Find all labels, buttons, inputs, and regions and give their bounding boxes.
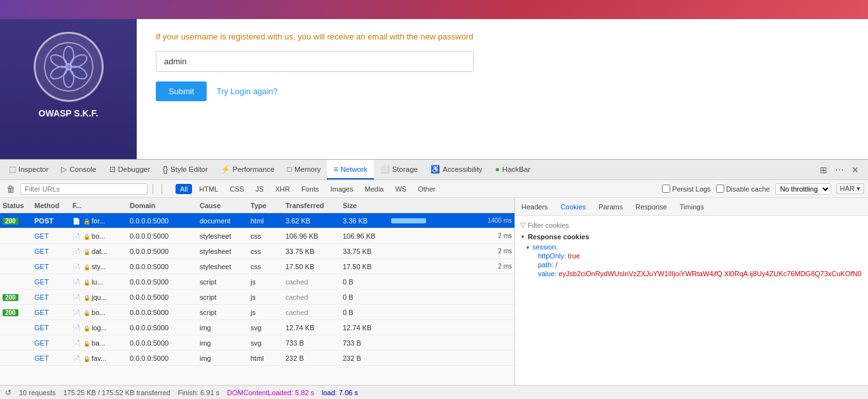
requests-count: 10 requests [19,389,55,396]
tab-network[interactable]: ≡ Network [327,160,373,179]
filter-js-button[interactable]: JS [251,184,268,194]
row-domain: 0.0.0.0:5000 [127,232,197,240]
detail-tab-headers[interactable]: Headers [515,198,555,215]
try-login-link[interactable]: Try Login again? [216,87,277,96]
table-row[interactable]: 200 GET 📄 🔒jqu... 0.0.0.0:5000 script js… [0,290,514,305]
timeline-bar [391,218,426,223]
path-value: / [556,261,558,269]
cookie-filter-row: ▽ [520,221,863,229]
table-row[interactable]: GET 📄 🔒log... 0.0.0.0:5000 img svg 12.74… [0,320,514,335]
detail-tab-params[interactable]: Params [592,198,629,215]
filter-images-button[interactable]: Images [326,184,357,194]
table-row[interactable]: GET 📄 🔒sty... 0.0.0.0:5000 stylesheet cs… [0,259,514,274]
row-timeline: 2 ms [391,232,514,241]
ms-label: 2 ms [498,232,512,239]
table-row[interactable]: GET 📄 🔒ba... 0.0.0.0:5000 img svg 733 B … [0,335,514,351]
responsive-design-button[interactable]: ⊞ [817,164,830,176]
col-header-cause: Cause [197,202,248,209]
collapse-triangle[interactable]: ▼ [520,234,525,240]
row-file: 📄 🔒fav... [70,354,127,362]
filter-media-button[interactable]: Media [360,184,388,194]
tab-style-editor[interactable]: {} Style Editor [156,160,214,179]
detail-tab-timings[interactable]: Timings [673,198,710,215]
detail-tabs: Headers Cookies Params Response Timings [515,198,868,216]
row-type: js [248,278,283,286]
tab-debugger[interactable]: ⊡ Debugger [103,160,157,179]
tab-hackbar[interactable]: ● HackBar [489,160,537,179]
row-timeline [391,339,514,347]
svg-point-7 [65,63,72,71]
clear-network-button[interactable]: 🗑 [4,184,18,194]
lock-icon: 🔒 [83,279,90,286]
row-method: GET [32,263,70,270]
tab-storage-label: Storage [392,165,418,173]
disable-cache-checkbox[interactable] [716,185,724,193]
file-icon: 📄 [72,340,80,347]
row-file: 📄 🔒sty... [70,263,127,270]
file-icon: 📄 [72,309,80,316]
row-timeline [391,293,514,302]
browser-top-bar [0,0,868,19]
table-row[interactable]: GET 📄 🔒bo... 0.0.0.0:5000 stylesheet css… [0,228,514,244]
svg-point-1 [64,46,74,64]
network-request-list: Status Method F... Domain Cause Type Tra… [0,198,515,385]
storage-icon: ⬜ [380,165,390,174]
persist-logs-checkbox[interactable] [662,185,670,193]
devtools-panel: ⬚ Inspector ▷ Console ⊡ Debugger {} Styl… [0,159,868,399]
filter-ws-button[interactable]: WS [390,184,411,194]
status-badge: 200 [3,218,18,225]
close-devtools-button[interactable]: ✕ [849,164,862,176]
divider: ⎸⎸ [153,183,170,195]
ms-label: 2 ms [498,248,512,255]
reload-icon[interactable]: ↺ [5,388,11,397]
username-input[interactable] [156,51,474,72]
table-row[interactable]: 200 GET 📄 🔒bo... 0.0.0.0:5000 script js … [0,305,514,320]
throttle-select[interactable]: No throttling [775,183,831,195]
row-size: 0 B [340,278,391,286]
row-transferred: 106.96 KB [283,232,340,240]
row-cause: script [197,278,248,286]
http-only-val: true [568,252,580,260]
tab-memory[interactable]: □ Memory [281,160,327,179]
detail-tab-response[interactable]: Response [629,198,673,215]
row-size: 0 B [340,293,391,301]
row-size: 106.96 KB [340,232,391,240]
session-collapse-icon[interactable]: ▼ [525,245,530,251]
filter-xhr-button[interactable]: XHR [271,184,294,194]
filter-fonts-button[interactable]: Fonts [297,184,324,194]
detail-tab-cookies[interactable]: Cookies [555,198,593,215]
filter-all-button[interactable]: All [176,184,192,194]
status-badge: 200 [3,294,18,301]
har-button[interactable]: HAR ▾ [836,183,864,194]
tab-console[interactable]: ▷ Console [55,160,102,179]
row-method: GET [32,293,70,301]
file-icon: 📄 [72,248,80,255]
persist-logs-label[interactable]: Persist Logs [662,185,711,193]
network-column-headers: Status Method F... Domain Cause Type Tra… [0,198,514,213]
tab-accessibility[interactable]: ♿ Accessibility [424,160,489,179]
row-file: 📄 🔒for... [70,217,127,225]
row-cause: script [197,309,248,316]
tab-storage[interactable]: ⬜ Storage [374,160,424,179]
filter-html-button[interactable]: HTML [195,184,223,194]
tab-console-label: Console [69,165,96,173]
table-row[interactable]: GET 📄 🔒fav... 0.0.0.0:5000 img html 232 … [0,351,514,366]
tab-hackbar-label: HackBar [502,165,530,173]
request-details-panel: Headers Cookies Params Response Timings … [515,198,868,385]
filter-css-button[interactable]: CSS [225,184,249,194]
tab-performance[interactable]: ⚡ Performance [214,160,281,179]
row-method: GET [32,278,70,286]
table-row[interactable]: GET 📄 🔒lu... 0.0.0.0:5000 script js cach… [0,274,514,290]
row-domain: 0.0.0.0:5000 [127,248,197,255]
cookie-tree: ▼ session: httpOnly: true path: [520,243,863,277]
more-tools-button[interactable]: ⋯ [832,164,846,176]
url-filter-input[interactable] [20,183,148,195]
row-file: 📄 🔒bo... [70,309,127,316]
tab-inspector[interactable]: ⬚ Inspector [3,160,55,179]
table-row[interactable]: GET 📄 🔒dat... 0.0.0.0:5000 stylesheet cs… [0,244,514,259]
disable-cache-label[interactable]: Disable cache [716,185,770,193]
cookie-filter-input[interactable] [528,221,863,229]
filter-other-button[interactable]: Other [413,184,440,194]
submit-button[interactable]: Submit [156,81,207,101]
table-row[interactable]: 200 POST 📄 🔒for... 0.0.0.0:5000 document… [0,213,514,228]
